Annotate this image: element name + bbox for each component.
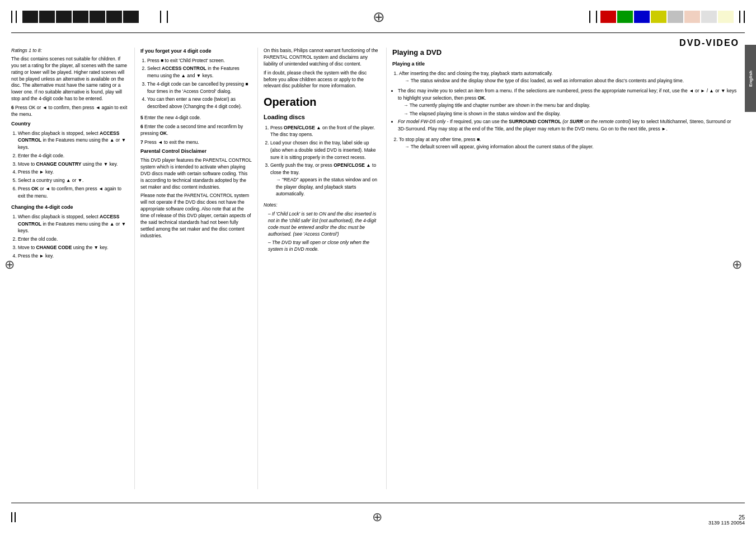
country-step6: Press OK or ◄ to confirm, then press ◄ a…	[18, 185, 129, 200]
top-bar: ⊕	[0, 0, 756, 34]
play-arrow1: The status window and the display show t…	[405, 77, 739, 85]
top-rule	[11, 32, 745, 33]
col-mid: If you forget your 4 digit code Press ■ …	[134, 48, 257, 489]
col-right: Playing a DVD Playing a title After inse…	[386, 48, 739, 489]
color-block-black	[22, 11, 38, 23]
play-step1: After inserting the disc and closing the…	[399, 70, 739, 85]
playing-title-section: Playing a title After inserting the disc…	[392, 60, 739, 150]
mid-step7: 7 Press ◄ to exit the menu.	[140, 139, 252, 146]
col-right-mid: On this basis, Philips cannot warrant fu…	[257, 48, 386, 489]
color-block-blue	[634, 11, 650, 23]
color-block-yellow	[651, 11, 666, 23]
color-block-cream	[718, 11, 734, 23]
change-code-title: Changing the 4-digit code	[11, 204, 129, 211]
color-block-black3	[56, 11, 72, 23]
country-step4: Press the ► key.	[18, 168, 129, 176]
change-code-step1: When disc playback is stopped, select AC…	[18, 213, 129, 235]
ratings-text: The disc contains scenes not suitable fo…	[11, 56, 129, 102]
on-basis-text: On this basis, Philips cannot warrant fu…	[264, 48, 381, 68]
country-title: Country	[11, 120, 129, 128]
item6-text: 6 Press OK or ◄ to confirm, then press ◄…	[11, 105, 129, 118]
color-block-peach	[684, 11, 700, 23]
color-block-black5	[90, 11, 105, 23]
page-number: 25	[739, 514, 745, 521]
play-bullet1: The disc may invite you to select an ite…	[398, 87, 739, 117]
product-code: 3139 115 20054	[708, 520, 745, 526]
ratings-italic-title: Ratings 1 to 8:	[11, 48, 129, 54]
play-step2: To stop play at any other time, press ■.…	[399, 136, 739, 151]
play-bullet2: For model FW-D5 only - If required, you …	[398, 118, 739, 133]
color-block-green	[617, 11, 633, 23]
parental-title: Parental Control Disclaimer	[140, 148, 252, 155]
forget-step1: Press ■ to exit 'Child Protect' screen.	[147, 57, 252, 64]
color-block-black2	[39, 11, 55, 23]
bottom-crosshair: ⊕	[372, 510, 382, 524]
color-block-light	[701, 11, 717, 23]
note2: – The DVD tray will open or close only w…	[264, 240, 381, 253]
change-code-step3: Move to CHANGE CODE using the ▼ key.	[18, 244, 129, 251]
main-content: Ratings 1 to 8: The disc contains scenes…	[11, 48, 739, 489]
change-code-step2: Enter the old code.	[18, 236, 129, 243]
play-arrow2: The currently playing title and chapter …	[403, 102, 739, 109]
mid-step5: 5 Enter the new 4-digit code.	[140, 115, 252, 121]
playing-title: Playing a DVD	[392, 48, 739, 58]
playing-title-sub: Playing a title	[392, 60, 739, 68]
color-block-silver	[668, 11, 683, 23]
country-step2: Enter the 4-digit code.	[18, 152, 129, 160]
forget-section: If you forget your 4 digit code Press ■ …	[140, 48, 252, 110]
parental-disclaimer-section: Parental Control Disclaimer This DVD pla…	[140, 148, 252, 239]
country-section: Country When disc playback is stopped, s…	[11, 120, 129, 199]
forget-step4: You can then enter a new code (twice!) a…	[147, 96, 252, 110]
parental-text1: This DVD player features the PARENTAL CO…	[140, 157, 252, 190]
color-block-red	[600, 11, 616, 23]
vertical-tab: English	[745, 45, 756, 112]
change-code-section: Changing the 4-digit code When disc play…	[11, 204, 129, 259]
play-arrow3: The elapsed playing time is shown in the…	[403, 110, 739, 118]
dvd-video-header: DVD-VIDEO	[679, 38, 739, 48]
note1: – If 'Child Lock' is set to ON and the d…	[264, 211, 381, 238]
color-block-black6	[106, 11, 122, 23]
notes-title: Notes:	[264, 202, 381, 209]
load-step1: Press OPEN/CLOSE ▲ on the front of the p…	[270, 124, 381, 139]
if-doubt-text: If in doubt, please check the system wit…	[264, 70, 381, 90]
change-code-step4: Press the ► key.	[18, 252, 129, 260]
country-step3: Move to CHANGE COUNTRY using the ▼ key.	[18, 161, 129, 168]
parental-text2: Please note that the PARENTAL CONTROL sy…	[140, 193, 252, 239]
load-step3: Gently push the tray, or press OPEN/CLOS…	[270, 162, 381, 198]
load-step2: Load your chosen disc in the tray, label…	[270, 139, 381, 161]
load-arrow1: "READ" appears in the status window and …	[276, 176, 381, 198]
color-block-black7	[123, 11, 139, 23]
forget-step2: Select ACCESS CONTROL in the Features me…	[147, 65, 252, 79]
country-step5: Select a country using ▲ or ▼.	[18, 177, 129, 184]
vertical-tab-label: English	[748, 71, 753, 87]
color-block-black4	[73, 11, 88, 23]
col-left: Ratings 1 to 8: The disc contains scenes…	[11, 48, 134, 489]
mid-step6: 6 Enter the code a second time and recon…	[140, 124, 252, 137]
play-arrow4: The default screen will appear, giving i…	[405, 143, 739, 151]
loading-discs-section: Loading discs Press OPEN/CLOSE ▲ on the …	[264, 113, 381, 198]
top-crosshair: ⊕	[373, 8, 385, 26]
loading-title: Loading discs	[264, 113, 381, 121]
forget-title: If you forget your 4 digit code	[140, 48, 252, 55]
operation-title: Operation	[264, 94, 381, 110]
bottom-bar: ⊕ 25	[0, 500, 756, 534]
forget-step3: The 4-digit code can be cancelled by pre…	[147, 81, 252, 95]
country-step1: When disc playback is stopped, select AC…	[18, 130, 129, 151]
